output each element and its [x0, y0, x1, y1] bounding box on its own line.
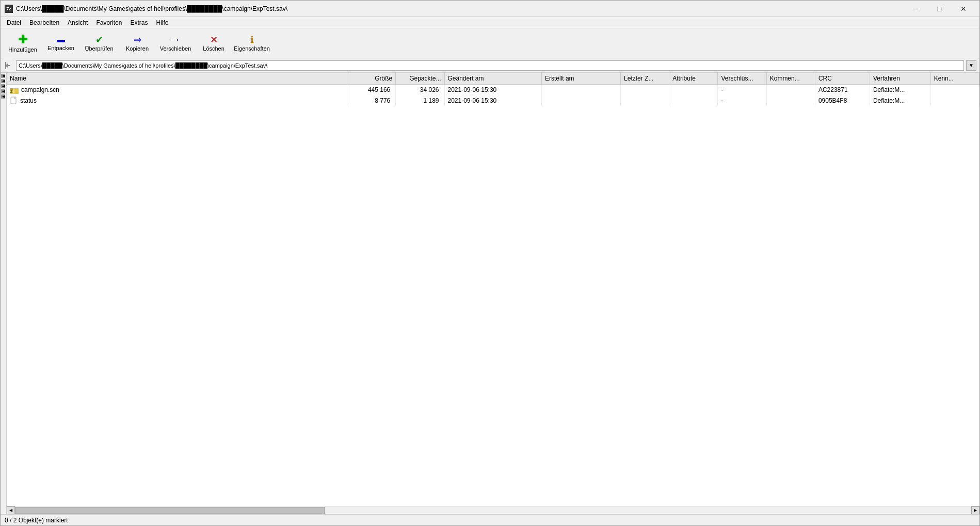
add-button[interactable]: ✚ Hinzufügen [5, 30, 41, 56]
delete-label: Löschen [203, 45, 224, 52]
file-char [930, 95, 979, 106]
plain-file-icon [10, 97, 18, 105]
maximize-button[interactable]: □ [928, 1, 952, 17]
file-comment [766, 84, 815, 95]
file-encrypt: - [718, 84, 766, 95]
col-header-method[interactable]: Verfahren [870, 73, 930, 84]
address-bar: ▼ [1, 58, 979, 73]
content-area: Name Größe Gepackte... Geändert am Erste… [7, 73, 979, 514]
scrollbar-track[interactable] [15, 506, 971, 515]
extract-label: Entpacken [47, 45, 74, 51]
menu-favoriten[interactable]: Favoriten [92, 18, 126, 28]
col-header-created[interactable]: Erstellt am [541, 73, 620, 84]
table-row[interactable]: Z campaign.scn 445 166 34 026 2021-09-06… [7, 84, 979, 95]
file-name-text: status [20, 97, 37, 104]
scroll-left-button[interactable]: ◀ [7, 506, 15, 515]
resize-handle[interactable]: ◀ [1, 74, 5, 78]
close-button[interactable]: ✕ [952, 1, 975, 17]
col-header-modified[interactable]: Geändert am [444, 73, 541, 84]
col-header-lastaccess[interactable]: Letzter Z... [621, 73, 669, 84]
add-label: Hinzufügen [8, 46, 37, 53]
col-header-name[interactable]: Name [7, 73, 347, 84]
menu-datei[interactable]: Datei [3, 18, 25, 28]
col-header-comment[interactable]: Kommen... [766, 73, 815, 84]
main-area: ◀ ◀ ◀ ◀ ◀ Name Größe Gepackte... Geänder… [1, 73, 979, 514]
extract-icon: ▬ [57, 36, 65, 44]
col-header-packed[interactable]: Gepackte... [396, 73, 444, 84]
test-button[interactable]: ✔ Überprüfen [81, 30, 117, 56]
move-label: Verschieben [160, 45, 191, 52]
status-bar: 0 / 2 Objekt(e) markiert [1, 514, 979, 525]
file-encrypt: - [718, 95, 766, 106]
svg-rect-5 [13, 89, 14, 93]
file-table: Name Größe Gepackte... Geändert am Erste… [7, 73, 979, 106]
extract-button[interactable]: ▬ Entpacken [43, 30, 79, 56]
properties-icon: ℹ [250, 35, 254, 44]
window-controls: − □ ✕ [904, 1, 975, 17]
svg-text:Z: Z [10, 90, 13, 93]
file-name-text: campaign.scn [21, 86, 59, 93]
copy-label: Kopieren [126, 45, 149, 52]
file-size: 8 776 [347, 95, 396, 106]
window-title: C:\Users\█████\Documents\My Games\gates … [16, 5, 904, 12]
add-icon: ✚ [18, 34, 27, 45]
file-lastaccess [621, 84, 669, 95]
move-button[interactable]: → Verschieben [157, 30, 194, 56]
title-bar: 7z C:\Users\█████\Documents\My Games\gat… [1, 1, 979, 17]
menu-bar: Datei Bearbeiten Ansicht Favoriten Extra… [1, 17, 979, 28]
file-created [541, 95, 620, 106]
menu-bearbeiten[interactable]: Bearbeiten [25, 18, 63, 28]
left-panel: ◀ ◀ ◀ ◀ ◀ [1, 73, 7, 514]
test-icon: ✔ [95, 35, 103, 44]
file-crc: 0905B4F8 [815, 95, 870, 106]
file-lastaccess [621, 95, 669, 106]
scrollbar-thumb[interactable] [15, 507, 325, 514]
copy-button[interactable]: ⇒ Kopieren [119, 30, 155, 56]
navigate-up-button[interactable] [4, 60, 14, 71]
file-created [541, 84, 620, 95]
horizontal-scrollbar[interactable]: ◀ ▶ [7, 506, 979, 514]
address-dropdown-button[interactable]: ▼ [966, 60, 976, 71]
menu-hilfe[interactable]: Hilfe [152, 18, 172, 28]
resize-handle[interactable]: ◀ [1, 89, 5, 93]
file-modified: 2021-09-06 15:30 [444, 84, 541, 95]
file-char [930, 84, 979, 95]
resize-handle[interactable]: ◀ [1, 84, 5, 88]
properties-button[interactable]: ℹ Eigenschaften [234, 30, 270, 56]
menu-ansicht[interactable]: Ansicht [63, 18, 92, 28]
col-header-size[interactable]: Größe [347, 73, 396, 84]
toolbar: ✚ Hinzufügen ▬ Entpacken ✔ Überprüfen ⇒ … [1, 28, 979, 58]
move-icon: → [171, 35, 180, 44]
main-window: 7z C:\Users\█████\Documents\My Games\gat… [0, 0, 980, 526]
scroll-right-button[interactable]: ▶ [971, 506, 979, 515]
col-header-crc[interactable]: CRC [815, 73, 870, 84]
test-label: Überprüfen [85, 45, 113, 52]
file-name: status [7, 95, 347, 106]
resize-handle[interactable]: ◀ [1, 79, 5, 83]
file-list[interactable]: Name Größe Gepackte... Geändert am Erste… [7, 73, 979, 506]
file-name: Z campaign.scn [7, 84, 347, 95]
file-packed: 1 189 [396, 95, 444, 106]
file-attr [669, 84, 718, 95]
file-icon-container: status [10, 97, 37, 105]
file-packed: 34 026 [396, 84, 444, 95]
file-crc: AC223871 [815, 84, 870, 95]
resize-handle[interactable]: ◀ [1, 94, 5, 99]
copy-icon: ⇒ [134, 35, 141, 44]
file-method: Deflate:M... [870, 95, 930, 106]
file-modified: 2021-09-06 15:30 [444, 95, 541, 106]
delete-icon: ✕ [210, 35, 218, 44]
col-header-encrypt[interactable]: Verschlüs... [718, 73, 766, 84]
file-comment [766, 95, 815, 106]
minimize-button[interactable]: − [904, 1, 928, 17]
delete-button[interactable]: ✕ Löschen [196, 30, 232, 56]
table-row[interactable]: status 8 776 1 189 2021-09-06 15:30 - [7, 95, 979, 106]
file-method: Deflate:M... [870, 84, 930, 95]
menu-extras[interactable]: Extras [126, 18, 152, 28]
col-header-attr[interactable]: Attribute [669, 73, 718, 84]
column-headers: Name Größe Gepackte... Geändert am Erste… [7, 73, 979, 84]
archive-file-icon: Z [10, 86, 19, 94]
address-input[interactable] [16, 60, 964, 71]
file-attr [669, 95, 718, 106]
col-header-char[interactable]: Kenn... [930, 73, 979, 84]
